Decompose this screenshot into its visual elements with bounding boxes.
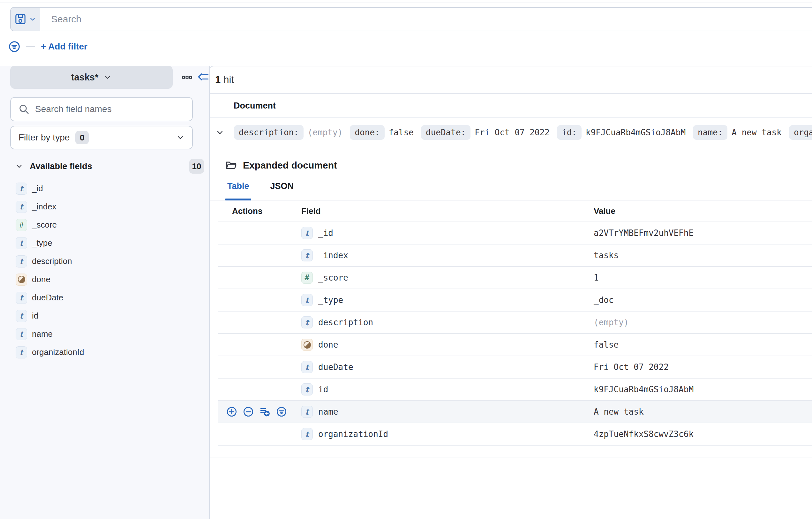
hits-label: hit	[224, 74, 234, 86]
row-field-name: name	[318, 407, 338, 416]
expanded-document-section: Expanded document Table JSON Actions Fie…	[210, 160, 812, 445]
search-placeholder: Search	[51, 14, 81, 25]
available-fields-header[interactable]: Available fields 10	[15, 159, 204, 174]
filter-divider	[26, 46, 35, 47]
saved-query-menu-button[interactable]	[11, 8, 40, 31]
field-type-icon: #	[301, 271, 313, 284]
field-type-icon: t	[301, 406, 313, 418]
field-item[interactable]: t _index	[0, 198, 209, 216]
document-column-label: Document	[234, 101, 276, 111]
search-input[interactable]: Search	[40, 8, 812, 31]
tab-json[interactable]: JSON	[270, 181, 294, 200]
field-type-icon: t	[301, 227, 313, 239]
row-field-value: Fri Oct 07 2022	[594, 362, 812, 372]
table-row: t id k9FJCuaRb4mGSioJ8AbM	[218, 379, 812, 401]
row-field-value: tasks	[594, 251, 812, 260]
field-name: _index	[32, 202, 57, 212]
query-bar: Search	[10, 7, 812, 31]
field-name: done	[32, 275, 51, 284]
add-filter-button[interactable]: + Add filter	[41, 41, 87, 52]
row-field-name: _type	[318, 295, 343, 305]
field-name: name	[32, 329, 53, 339]
summary-key: dueDate:	[421, 125, 470, 140]
filter-out-value-icon[interactable]	[243, 406, 254, 417]
save-icon	[15, 13, 26, 25]
row-field-name: id	[318, 385, 328, 394]
field-type-icon	[16, 273, 27, 286]
document-fields-table: Actions Field Value t _id a2VTrYMBEFmv2u…	[218, 200, 812, 445]
table-row: t description (empty)	[218, 312, 812, 334]
table-row: t _type _doc	[218, 289, 812, 312]
tab-table[interactable]: Table	[227, 181, 249, 200]
field-type-icon	[301, 339, 313, 351]
expanded-document-tabs: Table JSON	[210, 181, 812, 200]
chevron-down-icon	[176, 134, 184, 142]
index-pattern-label: tasks*	[71, 72, 98, 83]
field-item[interactable]: t name	[0, 325, 209, 343]
collapse-document-icon[interactable]	[215, 128, 224, 137]
collapse-sidebar-icon[interactable]	[198, 71, 209, 83]
filter-by-type-count-badge: 0	[75, 131, 89, 144]
index-pattern-row: tasks*	[10, 66, 209, 89]
filter-for-field-present-icon[interactable]	[276, 406, 287, 417]
row-field-value: k9FJCuaRb4mGSioJ8AbM	[594, 385, 812, 394]
chevron-down-icon	[104, 73, 112, 81]
field-options-icon[interactable]	[182, 72, 193, 83]
field-item[interactable]: # _score	[0, 216, 209, 234]
field-type-icon: t	[16, 201, 27, 213]
folder-open-icon	[225, 160, 237, 171]
table-row: t dueDate Fri Oct 07 2022	[218, 356, 812, 379]
row-field-value: (empty)	[594, 318, 812, 327]
row-field-name: done	[318, 340, 338, 349]
table-row: t _id a2VTrYMBEFmv2uhVEFhE	[218, 222, 812, 244]
hits-row: 1 hit	[210, 66, 812, 94]
filter-by-type-label: Filter by type	[19, 133, 69, 143]
available-fields-count-badge: 10	[189, 159, 204, 174]
filter-bar: + Add filter	[8, 39, 87, 54]
summary-key: id:	[557, 125, 582, 140]
field-type-icon: t	[301, 294, 313, 306]
index-pattern-picker[interactable]: tasks*	[10, 66, 173, 89]
row-field-value: 4zpTueNfkxS8cwvZ3c6k	[594, 429, 812, 439]
sidebar: tasks*	[0, 66, 210, 519]
filter-by-type-select[interactable]: Filter by type 0	[10, 126, 193, 149]
row-field-value: a2VTrYMBEFmv2uhVEFhE	[594, 228, 812, 238]
document-column-header: Document	[210, 94, 812, 118]
search-icon	[19, 104, 29, 115]
filter-icon[interactable]	[8, 40, 21, 53]
field-name: id	[32, 311, 38, 321]
field-item[interactable]: t organizationId	[0, 343, 209, 361]
field-type-icon: t	[16, 346, 27, 358]
summary-value: k9FJCuaRb4mGSioJ8AbM	[586, 128, 686, 137]
document-row[interactable]: description: (empty) done: false dueDate…	[210, 118, 812, 147]
results-panel: 1 hit Document description: (empty) done…	[210, 66, 812, 457]
field-item[interactable]: t dueDate	[0, 289, 209, 307]
top-divider	[0, 3, 812, 3]
field-item[interactable]: t description	[0, 252, 209, 270]
field-type-icon: t	[16, 255, 27, 267]
field-type-icon: t	[16, 237, 27, 249]
field-item[interactable]: t id	[0, 307, 209, 325]
field-item[interactable]: t _type	[0, 234, 209, 252]
table-row: t _index tasks	[218, 244, 812, 267]
field-type-icon: t	[16, 182, 27, 195]
summary-value: (empty)	[308, 128, 343, 137]
field-item[interactable]: t _id	[0, 179, 209, 198]
table-header-row: Actions Field Value	[218, 200, 812, 222]
column-header-field: Field	[301, 206, 594, 216]
summary-key: organizationId:	[789, 125, 812, 140]
toggle-column-icon[interactable]	[260, 406, 270, 417]
field-type-icon: t	[16, 328, 27, 340]
summary-key: done:	[350, 125, 384, 140]
table-row: t organizationId 4zpTueNfkxS8cwvZ3c6k	[218, 423, 812, 445]
field-type-icon: t	[301, 316, 313, 328]
document-summary: description: (empty) done: false dueDate…	[234, 125, 812, 140]
filter-for-value-icon[interactable]	[226, 406, 237, 417]
row-field-name: description	[318, 318, 373, 327]
field-name: _score	[32, 220, 57, 230]
summary-key: name:	[693, 125, 727, 140]
field-type-icon: t	[301, 249, 313, 261]
field-search-input[interactable]: Search field names	[10, 97, 193, 121]
field-type-icon: t	[301, 361, 313, 373]
field-item[interactable]: done	[0, 270, 209, 289]
